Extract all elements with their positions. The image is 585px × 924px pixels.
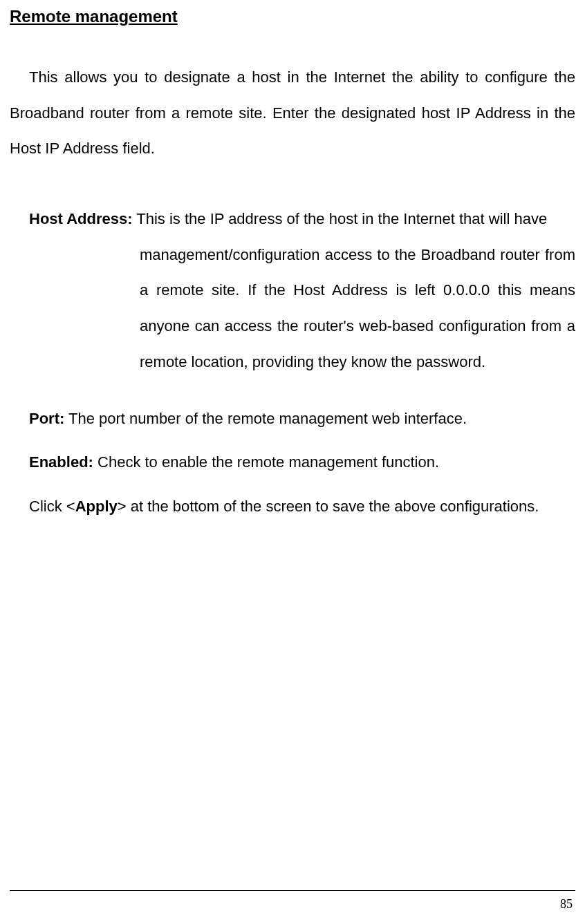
host-address-definition: Host Address: This is the IP address of … [29,201,575,379]
host-address-rest: management/configuration access to the B… [29,237,575,380]
port-definition: Port: The port number of the remote mana… [29,401,575,437]
apply-bold: Apply [75,498,118,515]
host-address-label: Host Address: [29,210,133,227]
enabled-definition: Enabled: Check to enable the remote mana… [29,444,575,480]
intro-paragraph: This allows you to designate a host in t… [10,59,575,167]
page-number: 85 [560,897,573,912]
host-address-line1: Host Address: This is the IP address of … [29,201,575,237]
apply-pre: Click < [29,498,75,515]
port-text: The port number of the remote management… [64,410,467,427]
enabled-text: Check to enable the remote management fu… [93,453,439,471]
section-heading: Remote management [10,7,575,26]
host-address-text-1: This is the IP address of the host in th… [133,210,548,227]
footer-divider [10,890,575,891]
port-label: Port: [29,410,64,427]
apply-post: > at the bottom of the screen to save th… [118,498,539,515]
apply-instruction: Click <Apply> at the bottom of the scree… [29,489,575,525]
enabled-label: Enabled: [29,453,93,471]
